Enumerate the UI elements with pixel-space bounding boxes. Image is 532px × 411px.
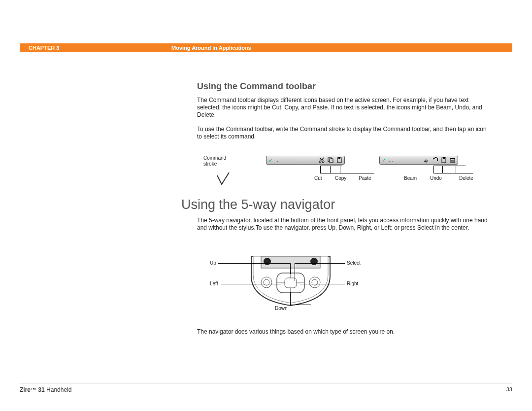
svg-rect-15 (264, 258, 271, 265)
para-5way-2: The navigator does various things based … (197, 328, 488, 336)
label-down: Down (275, 306, 288, 311)
device-illustration (246, 256, 335, 308)
para-command-toolbar-2: To use the Command toolbar, write the Co… (197, 126, 488, 140)
svg-point-6 (426, 162, 427, 163)
check-icon: ✓ (266, 157, 274, 164)
label-right: Right (347, 281, 358, 286)
chapter-header-bar: CHAPTER 3 Moving Around in Applications (20, 43, 512, 52)
undo-icon (432, 157, 438, 163)
label-paste: Paste (359, 175, 371, 181)
label-cut: Cut (314, 175, 322, 181)
label-command-stroke-1: Command (203, 155, 226, 161)
paste-icon (336, 157, 342, 163)
command-toolbar-no-selection: ✓ … (379, 156, 458, 165)
label-copy: Copy (335, 175, 346, 181)
svg-rect-13 (450, 158, 455, 159)
chapter-label: CHAPTER 3 (29, 45, 171, 51)
para-command-toolbar-1: The Command toolbar displays different i… (197, 97, 488, 119)
para-5way-1: The 5-way navigator, located at the bott… (197, 217, 488, 232)
command-toolbar-text-selected: ✓ … (266, 156, 345, 165)
label-up: Up (210, 260, 216, 266)
heading-command-toolbar: Using the Command toolbar (197, 81, 488, 92)
label-left: Left (210, 281, 218, 286)
footer-product: Zire™ 31 Handheld (20, 386, 71, 393)
footer-product-rest: Handheld (45, 386, 72, 393)
svg-rect-5 (338, 157, 340, 159)
beam-icon (423, 157, 429, 163)
svg-rect-16 (310, 258, 318, 265)
svg-point-0 (319, 161, 321, 163)
footer-product-bold: Zire™ 31 (20, 386, 45, 393)
copy-icon (328, 157, 333, 163)
label-beam: Beam (404, 175, 417, 181)
heading-5way: Using the 5-way navigator (181, 197, 335, 212)
svg-rect-3 (330, 159, 333, 163)
footer-page-number: 33 (506, 386, 512, 392)
page: CHAPTER 3 Moving Around in Applications … (0, 0, 532, 411)
footer-separator (20, 383, 512, 383)
svg-rect-8 (443, 157, 445, 159)
section-5way-body: The 5-way navigator, located at the bott… (197, 217, 488, 239)
delete-icon (450, 157, 456, 163)
section-command-toolbar: Using the Command toolbar The Command to… (197, 81, 488, 147)
label-undo: Undo (430, 175, 442, 181)
chapter-title: Moving Around in Applications (171, 45, 251, 51)
label-command-stroke-2: stroke (203, 161, 217, 167)
toolbar-separator: … (388, 158, 423, 163)
command-stroke-icon (216, 171, 230, 185)
paste-icon (441, 157, 447, 163)
check-icon: ✓ (380, 157, 388, 164)
label-delete: Delete (459, 175, 473, 181)
toolbar-separator: … (274, 158, 319, 163)
cut-icon (319, 157, 325, 163)
svg-point-1 (322, 161, 324, 163)
label-select: Select (347, 260, 361, 266)
